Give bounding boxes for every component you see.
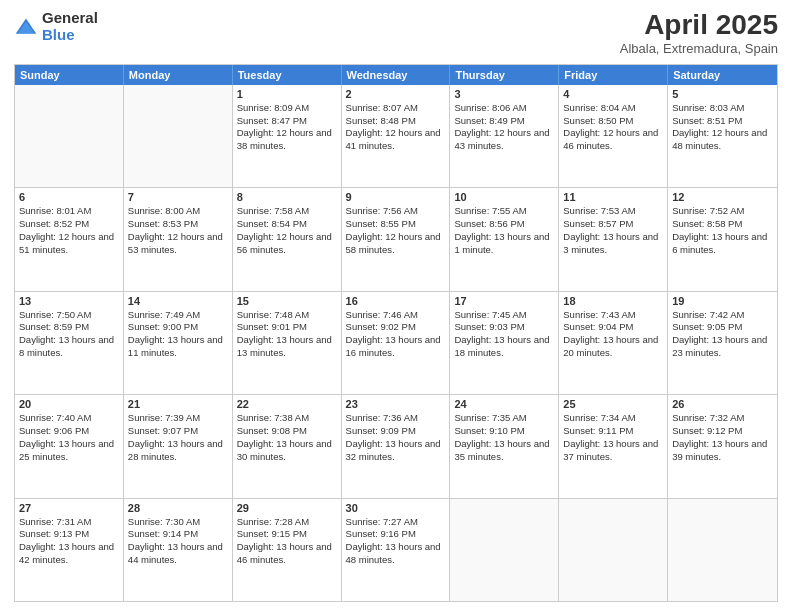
day-info: Sunrise: 7:48 AM Sunset: 9:01 PM Dayligh…	[237, 309, 337, 360]
empty-cell	[124, 85, 233, 187]
day-number: 29	[237, 502, 337, 514]
day-number: 6	[19, 191, 119, 203]
day-number: 12	[672, 191, 773, 203]
day-info: Sunrise: 7:39 AM Sunset: 9:07 PM Dayligh…	[128, 412, 228, 463]
day-number: 25	[563, 398, 663, 410]
day-info: Sunrise: 8:01 AM Sunset: 8:52 PM Dayligh…	[19, 205, 119, 256]
day-info: Sunrise: 8:04 AM Sunset: 8:50 PM Dayligh…	[563, 102, 663, 153]
day-cell-14: 14Sunrise: 7:49 AM Sunset: 9:00 PM Dayli…	[124, 292, 233, 394]
day-info: Sunrise: 7:46 AM Sunset: 9:02 PM Dayligh…	[346, 309, 446, 360]
day-cell-23: 23Sunrise: 7:36 AM Sunset: 9:09 PM Dayli…	[342, 395, 451, 497]
day-info: Sunrise: 7:27 AM Sunset: 9:16 PM Dayligh…	[346, 516, 446, 567]
day-number: 17	[454, 295, 554, 307]
day-info: Sunrise: 7:43 AM Sunset: 9:04 PM Dayligh…	[563, 309, 663, 360]
day-info: Sunrise: 7:38 AM Sunset: 9:08 PM Dayligh…	[237, 412, 337, 463]
day-cell-11: 11Sunrise: 7:53 AM Sunset: 8:57 PM Dayli…	[559, 188, 668, 290]
empty-cell	[668, 499, 777, 601]
empty-cell	[450, 499, 559, 601]
day-cell-20: 20Sunrise: 7:40 AM Sunset: 9:06 PM Dayli…	[15, 395, 124, 497]
day-cell-3: 3Sunrise: 8:06 AM Sunset: 8:49 PM Daylig…	[450, 85, 559, 187]
day-info: Sunrise: 7:52 AM Sunset: 8:58 PM Dayligh…	[672, 205, 773, 256]
logo-text: General Blue	[42, 10, 98, 43]
day-number: 27	[19, 502, 119, 514]
day-cell-27: 27Sunrise: 7:31 AM Sunset: 9:13 PM Dayli…	[15, 499, 124, 601]
day-number: 3	[454, 88, 554, 100]
day-number: 2	[346, 88, 446, 100]
header-day-monday: Monday	[124, 65, 233, 85]
day-number: 30	[346, 502, 446, 514]
page: General Blue April 2025 Albala, Extremad…	[0, 0, 792, 612]
header-day-tuesday: Tuesday	[233, 65, 342, 85]
day-info: Sunrise: 8:00 AM Sunset: 8:53 PM Dayligh…	[128, 205, 228, 256]
location-subtitle: Albala, Extremadura, Spain	[620, 41, 778, 56]
day-info: Sunrise: 7:53 AM Sunset: 8:57 PM Dayligh…	[563, 205, 663, 256]
header-day-sunday: Sunday	[15, 65, 124, 85]
day-cell-15: 15Sunrise: 7:48 AM Sunset: 9:01 PM Dayli…	[233, 292, 342, 394]
day-info: Sunrise: 7:35 AM Sunset: 9:10 PM Dayligh…	[454, 412, 554, 463]
day-cell-25: 25Sunrise: 7:34 AM Sunset: 9:11 PM Dayli…	[559, 395, 668, 497]
day-info: Sunrise: 7:40 AM Sunset: 9:06 PM Dayligh…	[19, 412, 119, 463]
day-cell-22: 22Sunrise: 7:38 AM Sunset: 9:08 PM Dayli…	[233, 395, 342, 497]
day-info: Sunrise: 8:09 AM Sunset: 8:47 PM Dayligh…	[237, 102, 337, 153]
calendar: SundayMondayTuesdayWednesdayThursdayFrid…	[14, 64, 778, 602]
day-info: Sunrise: 7:49 AM Sunset: 9:00 PM Dayligh…	[128, 309, 228, 360]
day-cell-26: 26Sunrise: 7:32 AM Sunset: 9:12 PM Dayli…	[668, 395, 777, 497]
day-cell-5: 5Sunrise: 8:03 AM Sunset: 8:51 PM Daylig…	[668, 85, 777, 187]
day-info: Sunrise: 7:30 AM Sunset: 9:14 PM Dayligh…	[128, 516, 228, 567]
day-info: Sunrise: 8:07 AM Sunset: 8:48 PM Dayligh…	[346, 102, 446, 153]
day-info: Sunrise: 7:56 AM Sunset: 8:55 PM Dayligh…	[346, 205, 446, 256]
logo: General Blue	[14, 10, 98, 43]
calendar-week-2: 6Sunrise: 8:01 AM Sunset: 8:52 PM Daylig…	[15, 188, 777, 291]
day-cell-1: 1Sunrise: 8:09 AM Sunset: 8:47 PM Daylig…	[233, 85, 342, 187]
day-info: Sunrise: 7:55 AM Sunset: 8:56 PM Dayligh…	[454, 205, 554, 256]
day-cell-9: 9Sunrise: 7:56 AM Sunset: 8:55 PM Daylig…	[342, 188, 451, 290]
day-cell-4: 4Sunrise: 8:04 AM Sunset: 8:50 PM Daylig…	[559, 85, 668, 187]
day-number: 15	[237, 295, 337, 307]
day-info: Sunrise: 7:32 AM Sunset: 9:12 PM Dayligh…	[672, 412, 773, 463]
calendar-week-4: 20Sunrise: 7:40 AM Sunset: 9:06 PM Dayli…	[15, 395, 777, 498]
header-day-friday: Friday	[559, 65, 668, 85]
day-info: Sunrise: 7:42 AM Sunset: 9:05 PM Dayligh…	[672, 309, 773, 360]
day-info: Sunrise: 8:06 AM Sunset: 8:49 PM Dayligh…	[454, 102, 554, 153]
day-info: Sunrise: 7:34 AM Sunset: 9:11 PM Dayligh…	[563, 412, 663, 463]
day-number: 9	[346, 191, 446, 203]
day-cell-29: 29Sunrise: 7:28 AM Sunset: 9:15 PM Dayli…	[233, 499, 342, 601]
calendar-week-5: 27Sunrise: 7:31 AM Sunset: 9:13 PM Dayli…	[15, 499, 777, 601]
day-cell-21: 21Sunrise: 7:39 AM Sunset: 9:07 PM Dayli…	[124, 395, 233, 497]
day-cell-19: 19Sunrise: 7:42 AM Sunset: 9:05 PM Dayli…	[668, 292, 777, 394]
calendar-week-1: 1Sunrise: 8:09 AM Sunset: 8:47 PM Daylig…	[15, 85, 777, 188]
day-cell-13: 13Sunrise: 7:50 AM Sunset: 8:59 PM Dayli…	[15, 292, 124, 394]
day-number: 1	[237, 88, 337, 100]
day-number: 21	[128, 398, 228, 410]
day-number: 24	[454, 398, 554, 410]
day-cell-8: 8Sunrise: 7:58 AM Sunset: 8:54 PM Daylig…	[233, 188, 342, 290]
calendar-body: 1Sunrise: 8:09 AM Sunset: 8:47 PM Daylig…	[15, 85, 777, 601]
day-info: Sunrise: 7:50 AM Sunset: 8:59 PM Dayligh…	[19, 309, 119, 360]
day-info: Sunrise: 7:58 AM Sunset: 8:54 PM Dayligh…	[237, 205, 337, 256]
day-cell-30: 30Sunrise: 7:27 AM Sunset: 9:16 PM Dayli…	[342, 499, 451, 601]
day-info: Sunrise: 7:28 AM Sunset: 9:15 PM Dayligh…	[237, 516, 337, 567]
day-number: 5	[672, 88, 773, 100]
day-cell-12: 12Sunrise: 7:52 AM Sunset: 8:58 PM Dayli…	[668, 188, 777, 290]
day-number: 26	[672, 398, 773, 410]
day-number: 19	[672, 295, 773, 307]
day-info: Sunrise: 8:03 AM Sunset: 8:51 PM Dayligh…	[672, 102, 773, 153]
empty-cell	[15, 85, 124, 187]
day-info: Sunrise: 7:31 AM Sunset: 9:13 PM Dayligh…	[19, 516, 119, 567]
header-day-wednesday: Wednesday	[342, 65, 451, 85]
day-number: 28	[128, 502, 228, 514]
day-number: 14	[128, 295, 228, 307]
logo-blue: Blue	[42, 27, 98, 44]
day-number: 8	[237, 191, 337, 203]
day-number: 22	[237, 398, 337, 410]
day-cell-17: 17Sunrise: 7:45 AM Sunset: 9:03 PM Dayli…	[450, 292, 559, 394]
day-cell-6: 6Sunrise: 8:01 AM Sunset: 8:52 PM Daylig…	[15, 188, 124, 290]
day-number: 16	[346, 295, 446, 307]
empty-cell	[559, 499, 668, 601]
header-day-saturday: Saturday	[668, 65, 777, 85]
day-info: Sunrise: 7:36 AM Sunset: 9:09 PM Dayligh…	[346, 412, 446, 463]
day-number: 13	[19, 295, 119, 307]
day-info: Sunrise: 7:45 AM Sunset: 9:03 PM Dayligh…	[454, 309, 554, 360]
header-day-thursday: Thursday	[450, 65, 559, 85]
day-cell-7: 7Sunrise: 8:00 AM Sunset: 8:53 PM Daylig…	[124, 188, 233, 290]
